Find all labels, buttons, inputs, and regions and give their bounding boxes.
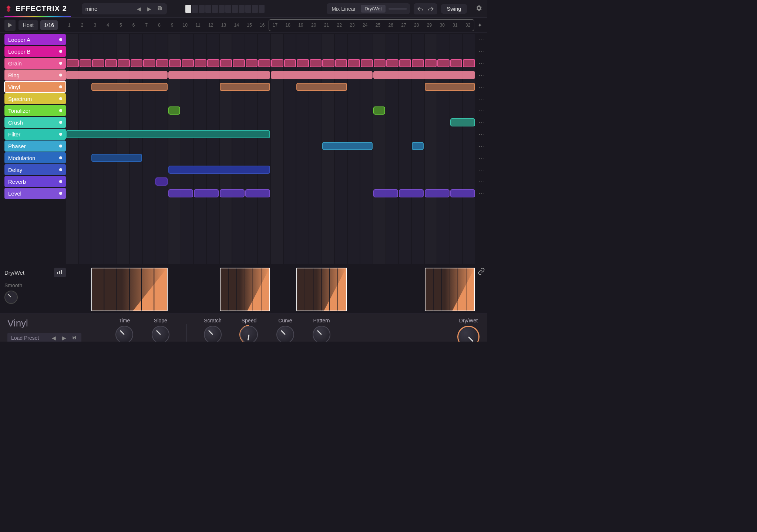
pattern-slot-2[interactable] (192, 5, 198, 13)
track-menu-icon[interactable]: ⋯ (478, 46, 484, 57)
grain-cell[interactable] (437, 59, 450, 67)
clip[interactable] (168, 106, 180, 115)
ruler-step-3[interactable]: 3 (89, 23, 102, 28)
automation-lane[interactable] (66, 268, 476, 311)
clip[interactable] (194, 189, 219, 197)
preset-next-icon[interactable]: ▶ (146, 6, 153, 12)
pattern-slot-1[interactable] (185, 5, 191, 13)
ruler-step-20[interactable]: 20 (307, 23, 320, 28)
grain-cell[interactable] (258, 59, 270, 67)
ruler-step-7[interactable]: 7 (140, 23, 153, 28)
clip[interactable] (425, 189, 450, 197)
track-row-reverb[interactable] (66, 176, 476, 187)
grain-cell[interactable] (220, 59, 232, 67)
grain-cell[interactable] (80, 59, 92, 67)
ruler-step-1[interactable]: 1 (63, 23, 76, 28)
grain-cell[interactable] (399, 59, 411, 67)
track-enable-dot[interactable] (59, 156, 62, 159)
ruler-step-29[interactable]: 29 (423, 23, 436, 28)
settings-gear-icon[interactable] (475, 4, 482, 13)
knob-speed[interactable] (240, 326, 258, 342)
grain-cell[interactable] (374, 59, 386, 67)
undo-icon[interactable] (415, 5, 425, 13)
track-row-crush[interactable] (66, 117, 476, 128)
track-row-spectrum[interactable] (66, 93, 476, 104)
grain-cell[interactable] (233, 59, 245, 67)
ruler-step-27[interactable]: 27 (397, 23, 410, 28)
track-enable-dot[interactable] (59, 133, 62, 136)
clip[interactable] (271, 71, 373, 79)
track-menu-icon[interactable]: ⋯ (478, 164, 484, 175)
track-menu-icon[interactable]: ⋯ (478, 152, 484, 163)
pattern-slot-8[interactable] (232, 5, 238, 13)
track-label-looper-a[interactable]: Looper A (4, 34, 66, 45)
track-label-ring[interactable]: Ring (4, 70, 66, 81)
ruler-step-26[interactable]: 26 (384, 23, 397, 28)
ruler-step-32[interactable]: 32 (461, 23, 474, 28)
pattern-slot-10[interactable] (245, 5, 251, 13)
track-label-spectrum[interactable]: Spectrum (4, 93, 66, 104)
ruler-step-9[interactable]: 9 (166, 23, 179, 28)
knob-pattern[interactable] (313, 326, 330, 342)
pattern-slot-3[interactable] (199, 5, 205, 13)
track-enable-dot[interactable] (59, 145, 62, 148)
clip[interactable] (450, 189, 475, 197)
ruler-step-16[interactable]: 16 (256, 23, 269, 28)
drywet-chip[interactable]: Dry/Wet (361, 5, 386, 13)
ruler-step-6[interactable]: 6 (127, 23, 140, 28)
track-menu-icon[interactable]: ⋯ (478, 70, 484, 81)
grain-cell[interactable] (67, 59, 79, 67)
track-row-ring[interactable] (66, 70, 476, 81)
track-label-level[interactable]: Level (4, 188, 66, 199)
track-menu-icon[interactable]: ⋯ (478, 34, 484, 45)
ruler-step-15[interactable]: 15 (243, 23, 256, 28)
track-row-filter[interactable] (66, 129, 476, 140)
track-menu-icon[interactable]: ⋯ (478, 117, 484, 128)
ruler-step-17[interactable]: 17 (269, 23, 282, 28)
track-row-level[interactable] (66, 188, 476, 199)
ruler-step-25[interactable]: 25 (371, 23, 384, 28)
grain-cell[interactable] (92, 59, 104, 67)
track-label-delay[interactable]: Delay (4, 164, 66, 175)
grain-cell[interactable] (463, 59, 475, 67)
clip[interactable] (155, 177, 167, 186)
clip[interactable] (425, 83, 475, 91)
smooth-knob[interactable] (4, 291, 18, 304)
grain-cell[interactable] (271, 59, 283, 67)
track-menu-icon[interactable]: ⋯ (478, 140, 484, 152)
mix-mode-label[interactable]: Mix Linear (330, 5, 358, 13)
preset-save-icon[interactable] (157, 6, 163, 12)
ruler-step-28[interactable]: 28 (410, 23, 423, 28)
track-menu-icon[interactable]: ⋯ (478, 105, 484, 116)
magic-wand-icon[interactable]: ✦ (474, 22, 485, 28)
track-enable-dot[interactable] (59, 109, 62, 112)
knob-curve[interactable] (276, 326, 294, 342)
automation-param-label[interactable]: Dry/Wet (4, 270, 24, 276)
track-label-reverb[interactable]: Reverb (4, 176, 66, 187)
swing-button[interactable]: Swing (441, 4, 467, 14)
clip[interactable] (91, 154, 142, 162)
track-enable-dot[interactable] (59, 38, 62, 41)
grain-cell[interactable] (207, 59, 219, 67)
redo-icon[interactable] (425, 5, 436, 13)
ruler-step-21[interactable]: 21 (320, 23, 333, 28)
clip[interactable] (220, 83, 270, 91)
clip[interactable] (168, 166, 270, 174)
clip[interactable] (91, 83, 168, 91)
ruler-step-10[interactable]: 10 (179, 23, 192, 28)
ruler-step-14[interactable]: 14 (230, 23, 243, 28)
track-enable-dot[interactable] (59, 50, 62, 53)
effect-preset-next-icon[interactable]: ▶ (61, 335, 67, 341)
clip[interactable] (373, 189, 398, 197)
effect-preset-selector[interactable]: Load Preset ◀ ▶ (7, 333, 81, 342)
drywet-slider[interactable] (388, 8, 407, 10)
grain-cell[interactable] (425, 59, 437, 67)
ruler-step-19[interactable]: 19 (295, 23, 307, 28)
track-label-crush[interactable]: Crush (4, 117, 66, 128)
grain-cell[interactable] (143, 59, 155, 67)
track-enable-dot[interactable] (59, 192, 62, 195)
grain-cell[interactable] (322, 59, 334, 67)
grain-cell[interactable] (195, 59, 207, 67)
track-enable-dot[interactable] (59, 180, 62, 183)
track-row-looper-b[interactable] (66, 46, 476, 57)
